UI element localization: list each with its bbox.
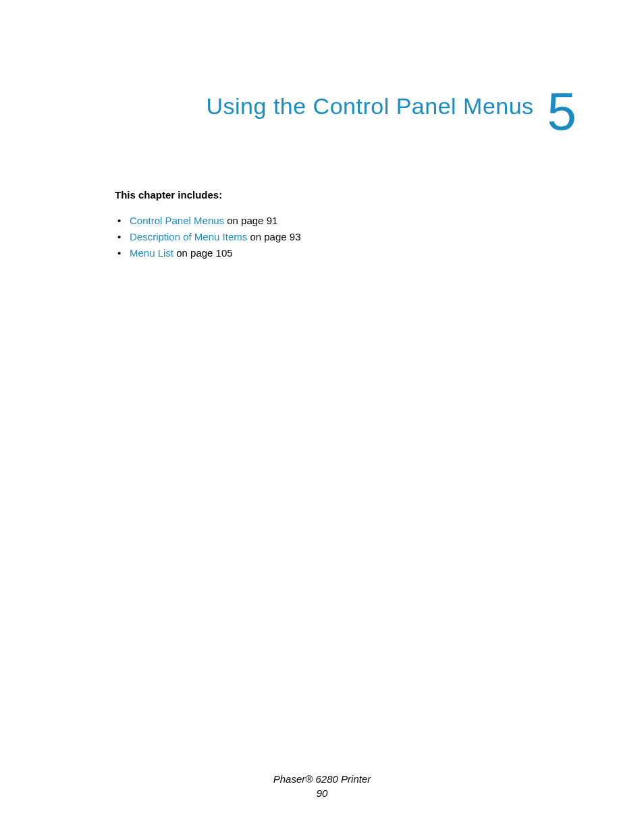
toc-suffix: on page 105 xyxy=(173,247,233,259)
toc-link-menu-list[interactable]: Menu List xyxy=(130,247,173,259)
toc-link-control-panel-menus[interactable]: Control Panel Menus xyxy=(130,215,224,226)
document-page: Using the Control Panel Menus 5 This cha… xyxy=(0,0,644,834)
footer-product: Phaser® 6280 Printer xyxy=(0,772,644,786)
page-footer: Phaser® 6280 Printer 90 xyxy=(0,772,644,800)
intro-text: This chapter includes: xyxy=(115,189,576,201)
chapter-number: 5 xyxy=(547,88,576,135)
list-item: Control Panel Menus on page 91 xyxy=(130,213,576,229)
list-item: Menu List on page 105 xyxy=(130,245,576,261)
chapter-header: Using the Control Panel Menus 5 xyxy=(115,88,576,135)
toc-suffix: on page 91 xyxy=(224,215,277,226)
toc-list: Control Panel Menus on page 91 Descripti… xyxy=(115,213,576,261)
chapter-title: Using the Control Panel Menus xyxy=(207,93,534,120)
list-item: Description of Menu Items on page 93 xyxy=(130,229,576,245)
footer-page-number: 90 xyxy=(0,786,644,800)
toc-link-description-menu-items[interactable]: Description of Menu Items xyxy=(130,231,247,242)
toc-suffix: on page 93 xyxy=(247,231,300,242)
